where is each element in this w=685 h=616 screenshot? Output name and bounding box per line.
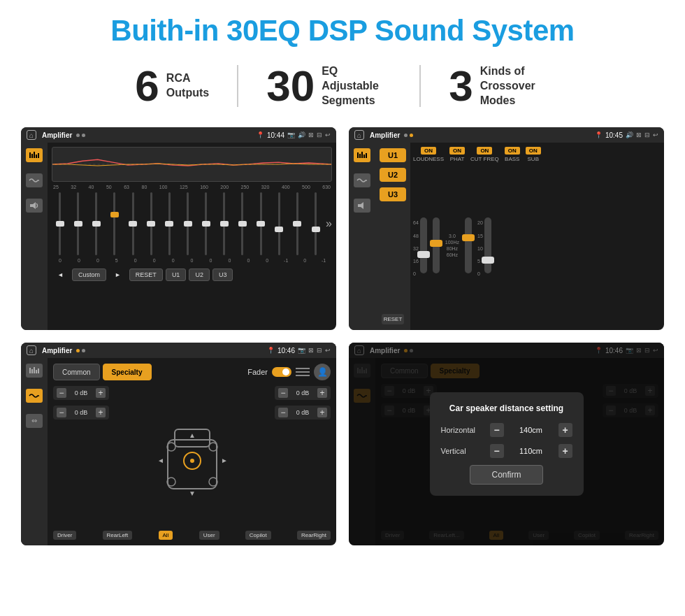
side-icon-speaker[interactable] [26, 199, 43, 213]
svg-rect-22 [296, 371, 310, 373]
screenshots-grid: Amplifier 📍 10:44 📷🔊⊠⊟↩ [21, 127, 664, 545]
slider-group-3 [465, 215, 472, 276]
loc-rearright: RearRight [297, 531, 331, 540]
plus-btn-2[interactable]: + [96, 408, 106, 417]
prev-btn[interactable]: ◄ [52, 269, 69, 280]
slider-col [52, 192, 68, 255]
fader-top-controls: Fader 👤 [247, 364, 331, 380]
svg-rect-13 [358, 204, 361, 207]
status-title-1: Amplifier [42, 131, 72, 139]
vert-slider-1[interactable] [420, 217, 427, 273]
custom-btn[interactable]: Custom [72, 268, 106, 281]
minus-btn-2[interactable]: − [57, 408, 66, 417]
svg-rect-10 [361, 152, 363, 158]
u3-btn-1[interactable]: U3 [212, 268, 233, 281]
stat-number-eq: 30 [266, 64, 315, 108]
svg-rect-18 [36, 370, 37, 373]
status-bar-1: Amplifier 📍 10:44 📷🔊⊠⊟↩ [21, 127, 336, 143]
stats-row: 6 RCAOutputs 30 EQ AdjustableSegments 3 … [21, 64, 664, 108]
eq-graph [52, 147, 332, 182]
tab-specialty-3[interactable]: Specialty [103, 364, 152, 380]
horizontal-minus-btn[interactable]: − [490, 423, 504, 437]
u1-btn-1[interactable]: U1 [166, 268, 187, 281]
home-icon-2[interactable] [354, 130, 364, 140]
stat-number-crossover: 3 [449, 64, 473, 108]
db-row-3: − 0 dB + [275, 386, 331, 400]
vertical-value: 110cm [507, 447, 556, 455]
svg-rect-19 [38, 368, 39, 373]
fader-main: Common Specialty Fader 👤 [48, 358, 336, 545]
screen1-body: 253240506380100125160200250320400500630 [21, 143, 336, 330]
db-row-4: − 0 dB + [275, 406, 331, 420]
svg-rect-3 [36, 155, 37, 158]
side-icon-eq[interactable] [26, 148, 43, 162]
side-icon-wave-3[interactable] [26, 389, 43, 403]
status-dot-5 [76, 349, 80, 352]
side-icon-wave[interactable] [26, 173, 43, 187]
vert-slider-3[interactable] [465, 217, 472, 273]
side-icon-speaker-2[interactable] [354, 199, 370, 213]
plus-btn-1[interactable]: + [96, 388, 106, 398]
plus-btn-4[interactable]: + [317, 408, 327, 417]
status-time-2: 10:45 [605, 131, 623, 139]
u2-btn-1[interactable]: U2 [189, 268, 210, 281]
u-panel: U1 U2 U3 RESET [375, 143, 410, 330]
mixer-scale-1: 64 48 32 16 0 [413, 220, 419, 276]
side-icon-wave-2[interactable] [354, 173, 370, 187]
stat-number-rca: 6 [135, 64, 159, 108]
slider-values: 0 0 0 5 0 0 0 0 0 0 0 0 -1 0 -1 [52, 258, 332, 263]
tab-common-3[interactable]: Common [53, 364, 100, 380]
on-badge-cutfreq: ON [477, 147, 492, 155]
minus-btn-1[interactable]: − [57, 388, 66, 398]
fader-tab-row: Common Specialty Fader 👤 [53, 364, 331, 380]
bottom-labels-3: Driver RearLeft All User Copilot RearRig… [53, 531, 331, 540]
u1-btn[interactable]: U1 [380, 148, 406, 162]
svg-rect-1 [31, 154, 33, 158]
vertical-minus-btn[interactable]: − [490, 444, 504, 458]
confirm-button[interactable]: Confirm [470, 465, 542, 485]
svg-rect-9 [359, 154, 361, 158]
u3-btn[interactable]: U3 [380, 187, 406, 201]
status-dot-4 [410, 134, 413, 137]
vert-slider-4[interactable] [484, 217, 491, 273]
mixer-main: ON LOUDNESS ON PHAT ON CUT FREQ ON [410, 143, 664, 330]
svg-rect-4 [38, 153, 39, 158]
side-icon-eq-2[interactable] [354, 148, 370, 162]
control-bass: ON BASS [505, 147, 520, 162]
status-right-1: 📍 10:44 📷🔊⊠⊟↩ [257, 131, 331, 139]
screen3-body: ⇔ Common Specialty Fader 👤 [21, 358, 336, 545]
stat-eq: 30 EQ AdjustableSegments [238, 64, 419, 108]
svg-rect-2 [34, 152, 35, 158]
minus-btn-4[interactable]: − [278, 408, 288, 417]
horizontal-value: 140cm [507, 426, 556, 434]
side-icon-arrows[interactable]: ⇔ [26, 414, 43, 428]
status-bar-3: Amplifier 📍 10:46 📷⊠⊟↩ [21, 343, 336, 358]
loc-all[interactable]: All [159, 531, 173, 540]
side-panel-2 [349, 143, 375, 330]
next-btn[interactable]: ► [109, 269, 127, 280]
control-phat: ON PHAT [449, 147, 465, 162]
u2-btn[interactable]: U2 [380, 168, 406, 182]
vertical-plus-btn[interactable]: + [558, 444, 572, 458]
status-bar-2: Amplifier 📍 10:45 🔊⊠⊟↩ [349, 127, 664, 143]
svg-text:◄: ◄ [157, 457, 164, 464]
db-val-1: 0 dB [69, 389, 93, 396]
vert-slider-2[interactable] [433, 217, 440, 273]
side-panel-1 [21, 143, 48, 330]
horizontal-plus-btn[interactable]: + [558, 423, 572, 437]
home-icon-3[interactable] [27, 345, 36, 355]
dialog-overlay: Car speaker distance setting Horizontal … [349, 343, 664, 545]
plus-btn-3[interactable]: + [317, 388, 327, 398]
eq-sliders: » [52, 192, 332, 255]
fader-toggle[interactable] [272, 367, 291, 377]
user-icon[interactable]: 👤 [314, 364, 331, 380]
minus-btn-3[interactable]: − [278, 388, 288, 398]
side-icon-eq-3[interactable] [26, 364, 43, 378]
loc-driver: Driver [53, 531, 76, 540]
reset-btn-2[interactable]: RESET [382, 314, 405, 324]
reset-btn-1[interactable]: RESET [129, 268, 163, 281]
db-val-3: 0 dB [291, 389, 315, 396]
car-svg: ▲ ▼ ◄ ► [157, 415, 227, 499]
on-badge-bass: ON [505, 147, 520, 155]
home-icon-1[interactable] [27, 130, 36, 140]
